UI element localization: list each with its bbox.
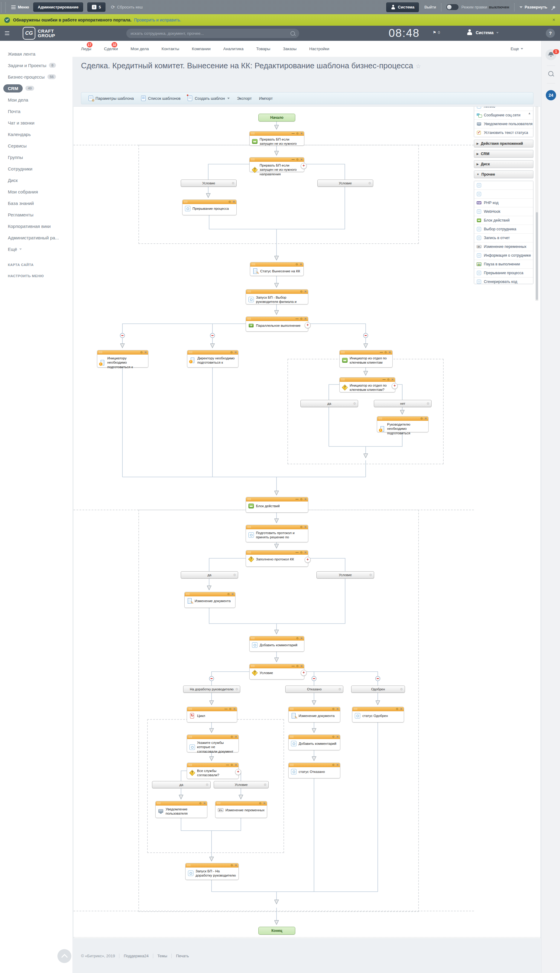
scroll-to-top-button[interactable] [57, 949, 71, 963]
drag-handle-icon[interactable]: |||| [248, 317, 251, 320]
branch-pill[interactable]: Одобрен⚙ [351, 686, 405, 693]
palette-item[interactable] [474, 190, 533, 198]
nav-tab-9[interactable]: Настройки [309, 47, 329, 51]
favorite-star-icon[interactable]: ☆ [415, 63, 421, 70]
drag-handle-icon[interactable]: |||| [379, 417, 382, 420]
flow-node[interactable]: ||||⚙✕Добавить комментарий [288, 735, 340, 750]
footer-link[interactable]: Темы [153, 954, 172, 958]
system-user-button[interactable]: Система [386, 2, 419, 12]
palette-item[interactable]: линию [474, 107, 533, 111]
flow-node[interactable]: ||||—⚙✕Блок действий [246, 497, 308, 513]
gear-icon[interactable]: ⚙ [338, 687, 341, 691]
palette-item[interactable]: PHP код [474, 198, 533, 207]
minimize-icon[interactable]: — [292, 157, 295, 162]
sidebar-item[interactable]: Живая лента [0, 48, 73, 60]
close-icon[interactable]: ✕ [337, 707, 339, 711]
close-icon[interactable]: ✕ [304, 550, 307, 554]
sidebar-toggle-icon[interactable] [5, 33, 9, 33]
gear-icon[interactable]: ⚙ [332, 735, 335, 739]
gear-icon[interactable]: ⚙ [230, 350, 233, 354]
palette-scroll-up-icon[interactable]: ▲ [528, 112, 531, 115]
sidebar-item[interactable]: Мои дела [0, 94, 73, 105]
palette-item[interactable]: Запись в отчет [474, 233, 533, 242]
close-icon[interactable]: ✕ [300, 636, 303, 640]
minimize-icon[interactable]: — [380, 350, 383, 354]
flow-node[interactable]: ||||⚙✕Уведомление пользователя [155, 801, 207, 818]
branch-pill[interactable]: да⚙ [152, 781, 211, 788]
add-activity-button[interactable]: + [235, 769, 241, 775]
user-menu[interactable]: Система [466, 29, 498, 36]
palette-item[interactable]: Блок действий [474, 216, 533, 225]
nav-tab-7[interactable]: Товары [256, 47, 270, 51]
drag-handle-icon[interactable]: |||| [290, 763, 294, 766]
flow-node[interactable]: ||||⚙✕Подготовить протокол и принять реш… [246, 525, 308, 542]
gear-icon[interactable]: ⚙ [295, 262, 298, 266]
flow-node[interactable]: ||||—⚙✕Параллельное выполнение+ [246, 317, 308, 332]
flow-node[interactable]: ||||⚙✕Директору необходимо подготовиться… [187, 350, 238, 368]
gear-icon[interactable]: ⚙ [231, 735, 233, 739]
gear-icon[interactable]: ⚙ [205, 783, 208, 787]
gear-icon[interactable]: ⚙ [228, 200, 231, 204]
drag-handle-icon[interactable]: |||| [248, 498, 251, 500]
nav-more-button[interactable]: Еще [511, 47, 523, 51]
work-clock[interactable]: 08:48 [388, 27, 420, 40]
flow-node[interactable]: ||||—⚙✕Прервать БП если запущен не из ну… [249, 131, 304, 146]
footer-link[interactable]: Печать [172, 954, 193, 958]
close-icon[interactable]: ✕ [304, 290, 307, 293]
close-icon[interactable]: ✕ [235, 735, 237, 739]
palette-item[interactable]: Выбор сотрудника [474, 225, 533, 233]
close-icon[interactable]: ✕ [304, 525, 307, 529]
close-icon[interactable]: ✕ [304, 497, 307, 501]
gear-icon[interactable]: ⚙ [231, 763, 233, 767]
close-icon[interactable]: ✕ [263, 801, 266, 805]
gear-icon[interactable]: ⚙ [296, 157, 299, 162]
close-icon[interactable]: ✕ [392, 378, 394, 382]
sidebar-item[interactable]: База знаний [0, 197, 73, 209]
gear-icon[interactable]: ⚙ [368, 182, 371, 185]
minimize-icon[interactable]: — [295, 497, 298, 501]
logout-button[interactable]: Выйти [424, 5, 436, 9]
flow-node-terminal[interactable]: Начало [258, 114, 295, 122]
search-input[interactable] [126, 31, 290, 36]
palette-scrollbar[interactable] [535, 107, 538, 301]
sidebar-link[interactable]: НАСТРОИТЬ МЕНЮ [0, 270, 73, 282]
close-icon[interactable]: ✕ [337, 763, 339, 767]
close-icon[interactable]: ✕ [304, 317, 307, 321]
close-icon[interactable]: ✕ [300, 157, 303, 162]
close-icon[interactable]: ✕ [337, 735, 339, 739]
flow-node[interactable]: ||||⚙✕Изменение переменных [215, 801, 267, 818]
gear-icon[interactable]: ⚙ [229, 707, 232, 711]
branch-pill[interactable]: Условие⚙ [181, 180, 237, 187]
gear-icon[interactable]: ⚙ [400, 687, 403, 691]
add-activity-button[interactable]: + [305, 322, 311, 328]
toolbar-template-list-button[interactable]: Список шаблонов [141, 95, 181, 101]
toolbar-create-template-button[interactable]: Создать шаблон [188, 95, 230, 101]
sidebar-item[interactable]: Календарь [0, 128, 73, 140]
branch-pill[interactable]: да⚙ [300, 400, 358, 407]
add-activity-button[interactable]: + [301, 670, 307, 676]
sidebar-item[interactable]: Диск [0, 174, 73, 186]
gear-icon[interactable]: ⚙ [227, 592, 230, 596]
flow-node[interactable]: ||||⚙✕Изменение документа [288, 707, 340, 722]
minimize-icon[interactable]: — [225, 707, 228, 711]
flow-node[interactable]: ||||⚙✕Запуск БП - Выбор руководителя фил… [246, 289, 308, 304]
help-button[interactable]: ? [546, 29, 555, 38]
drag-handle-icon[interactable]: |||| [248, 551, 251, 553]
close-icon[interactable]: ✕ [300, 132, 303, 135]
minimize-icon[interactable]: — [226, 763, 229, 767]
scrollbar-thumb[interactable] [536, 212, 538, 300]
gear-icon[interactable]: ⚙ [396, 707, 398, 711]
search-icon[interactable] [290, 31, 295, 36]
palette-section-header[interactable]: ▶CRM [474, 150, 533, 158]
sidebar-item[interactable]: Задачи и Проекты8 [0, 60, 73, 71]
palette-item[interactable]: Информация о сотруднике [474, 251, 533, 260]
palette-item[interactable]: Уведомление пользователя [474, 119, 533, 128]
flow-node[interactable]: ||||—⚙✕Прервать БП если запущен не из ну… [249, 157, 304, 172]
expand-button[interactable]: Развернуть [525, 5, 547, 9]
gear-icon[interactable]: ⚙ [296, 664, 299, 668]
drag-handle-icon[interactable]: |||| [217, 801, 221, 804]
gear-icon[interactable]: ⚙ [420, 417, 423, 420]
close-icon[interactable]: ✕ [232, 592, 234, 596]
flow-node[interactable]: ||||⚙✕Добавить комментарий [249, 636, 304, 652]
gear-icon[interactable]: ⚙ [259, 801, 262, 805]
